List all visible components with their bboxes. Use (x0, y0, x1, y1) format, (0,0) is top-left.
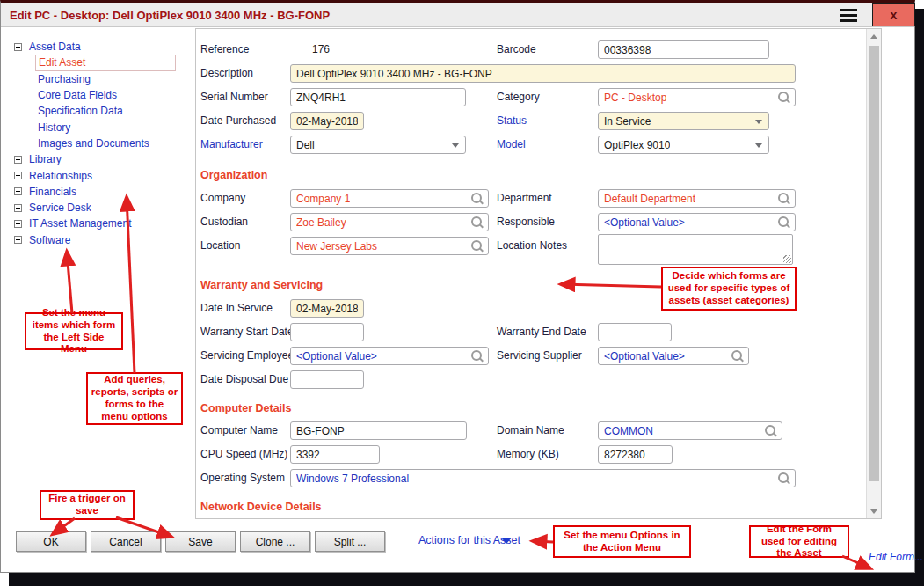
search-icon[interactable] (765, 425, 777, 437)
memory-input[interactable]: 8272380 (598, 445, 673, 464)
responsible-label: Responsible (497, 216, 555, 228)
servicing-supplier-label: Servicing Supplier (497, 349, 582, 362)
date-purchased-input[interactable]: 02-May-2018 (290, 112, 364, 130)
triangle-down-icon[interactable] (501, 538, 512, 544)
callout-forms-categories: Decide which forms are used for specific… (661, 267, 797, 311)
location-notes-label: Location Notes (497, 239, 567, 252)
save-button[interactable]: Save (165, 531, 236, 552)
callout-trigger-save: Fire a trigger on save (40, 490, 135, 520)
sidebar-item-library[interactable]: Library (11, 151, 191, 167)
callout-add-queries: Add queries, reports, scripts or forms t… (86, 372, 183, 425)
arrow-down-icon[interactable] (867, 504, 881, 518)
close-button[interactable]: x (872, 3, 915, 26)
cancel-button[interactable]: Cancel (91, 531, 161, 552)
warranty-end-date-label: Warranty End Date (497, 326, 586, 338)
servicing-employee-lookup[interactable]: <Optional Value> (290, 347, 489, 365)
status-label: Status (497, 114, 527, 127)
warranty-end-date-input[interactable] (598, 323, 672, 341)
plus-box-icon[interactable] (14, 236, 22, 244)
serial-number-input[interactable]: ZNQ4RH1 (290, 88, 466, 106)
description-input[interactable]: Dell OptiPlex 9010 3400 MHz - BG-FONP (290, 64, 796, 83)
custodian-lookup[interactable]: Zoe Bailey (290, 213, 489, 231)
plus-box-icon[interactable] (14, 156, 22, 164)
sidebar-item-asset-data[interactable]: Asset Data (11, 39, 191, 55)
hamburger-icon[interactable] (837, 8, 860, 23)
chevron-down-icon[interactable] (452, 143, 459, 148)
serial-number-label: Serial Number (200, 91, 268, 103)
plus-box-icon[interactable] (14, 172, 22, 179)
barcode-input[interactable]: 00336398 (598, 40, 769, 59)
arrow-up-icon[interactable] (867, 29, 881, 43)
search-icon[interactable] (471, 240, 484, 253)
plus-box-icon[interactable] (14, 220, 22, 228)
search-icon[interactable] (731, 350, 744, 363)
clone-button[interactable]: Clone ... (240, 531, 310, 552)
sidebar-item-history[interactable]: History (35, 119, 176, 135)
category-label: Category (497, 91, 540, 103)
operating-system-lookup[interactable]: Windows 7 Professional (290, 469, 796, 487)
search-icon[interactable] (778, 216, 790, 229)
warranty-start-date-label: Warranty Start Date (200, 326, 294, 338)
ok-button[interactable]: OK (16, 531, 86, 552)
domain-name-lookup[interactable]: COMMON (598, 421, 782, 440)
barcode-label: Barcode (497, 43, 536, 55)
window-shadow-right (914, 9, 924, 586)
organization-header: Organization (200, 169, 267, 181)
edit-form-link[interactable]: Edit Form... (869, 551, 923, 563)
minus-box-icon[interactable] (14, 43, 22, 51)
scrollbar-thumb[interactable] (869, 46, 879, 481)
model-dropdown[interactable]: OptiPlex 9010 (598, 136, 769, 154)
department-lookup[interactable]: Default Department (598, 189, 796, 208)
warranty-header: Warranty and Servicing (200, 279, 323, 291)
location-notes-textarea[interactable] (598, 234, 793, 265)
reference-value: 176 (312, 43, 330, 55)
resize-grip-icon[interactable] (783, 255, 791, 263)
model-label: Model (497, 138, 526, 150)
search-icon[interactable] (471, 193, 484, 205)
location-lookup[interactable]: New Jersey Labs (290, 237, 489, 255)
sidebar-tree: Asset Data Edit Asset Purchasing Core Da… (11, 39, 191, 248)
date-disposal-due-input[interactable] (290, 370, 364, 389)
search-icon[interactable] (778, 472, 790, 485)
split-button[interactable]: Split ... (315, 531, 385, 552)
department-label: Department (497, 192, 552, 204)
search-icon[interactable] (471, 216, 484, 229)
company-lookup[interactable]: Company 1 (290, 189, 489, 208)
status-dropdown[interactable]: In Service (598, 112, 769, 130)
manufacturer-label: Manufacturer (200, 138, 263, 150)
title-bar: Edit PC - Desktop: Dell OptiPlex 9010 34… (1, 3, 914, 27)
date-in-service-label: Date In Service (200, 302, 273, 314)
form-scrollbar[interactable] (866, 29, 881, 518)
plus-box-icon[interactable] (14, 204, 22, 212)
search-icon[interactable] (471, 350, 484, 363)
manufacturer-dropdown[interactable]: Dell (290, 136, 466, 154)
sidebar-item-software[interactable]: Software (11, 232, 191, 248)
sidebar-item-images-and-documents[interactable]: Images and Documents (35, 136, 176, 151)
responsible-lookup[interactable]: <Optional Value> (598, 213, 796, 231)
date-in-service-input[interactable]: 02-May-2018 (290, 299, 364, 318)
plus-box-icon[interactable] (14, 187, 22, 195)
chevron-down-icon[interactable] (755, 143, 762, 148)
warranty-start-date-input[interactable] (290, 323, 364, 341)
sidebar-item-specification-data[interactable]: Specification Data (35, 103, 176, 119)
category-lookup[interactable]: PC - Desktop (598, 88, 796, 106)
sidebar-item-relationships[interactable]: Relationships (11, 167, 191, 183)
search-icon[interactable] (778, 92, 790, 104)
cpu-speed-input[interactable]: 3392 (290, 445, 380, 464)
sidebar-item-purchasing[interactable]: Purchasing (35, 71, 176, 87)
sidebar-item-it-asset-management[interactable]: IT Asset Management (11, 216, 191, 231)
sidebar-item-edit-asset[interactable]: Edit Asset (35, 55, 176, 70)
domain-name-label: Domain Name (497, 424, 564, 436)
memory-label: Memory (KB) (497, 448, 559, 460)
chevron-down-icon[interactable] (755, 120, 762, 124)
servicing-supplier-lookup[interactable]: <Optional Value> (598, 347, 749, 365)
computer-details-header: Computer Details (200, 402, 292, 414)
sidebar-item-service-desk[interactable]: Service Desk (11, 200, 191, 216)
computer-name-input[interactable]: BG-FONP (290, 421, 467, 440)
computer-name-label: Computer Name (200, 424, 278, 436)
close-icon: x (891, 8, 898, 22)
network-details-header: Network Device Details (200, 501, 322, 513)
sidebar-item-financials[interactable]: Financials (11, 184, 191, 200)
search-icon[interactable] (778, 193, 790, 205)
sidebar-item-core-data-fields[interactable]: Core Data Fields (35, 87, 176, 103)
